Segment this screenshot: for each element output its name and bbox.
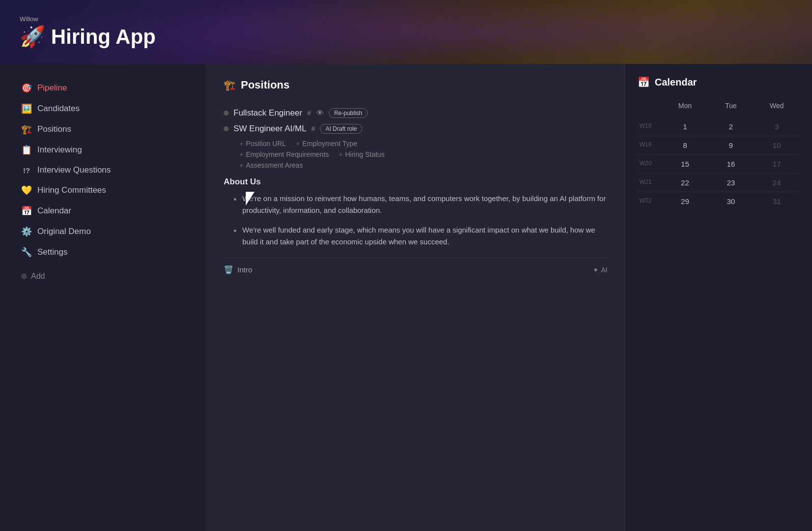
sidebar-item-label: Candidates (37, 104, 80, 114)
positions-header: 🏗️ Positions (224, 79, 608, 91)
week-label-20: W20 (638, 155, 662, 173)
employment-req-label: Employment Requirements (246, 150, 329, 158)
plus-icon-4: + (339, 150, 343, 158)
sidebar-item-interviewing[interactable]: 📋 Interviewing (15, 141, 191, 159)
add-label: Add (31, 272, 45, 281)
sidebar-item-label: Positions (37, 124, 71, 134)
position-url-field[interactable]: + Position URL (239, 140, 286, 148)
cal-week-21: W21 22 23 24 (638, 174, 800, 192)
intro-bar: 🗑️ Intro ✦ AI (224, 258, 608, 281)
assessment-areas-label: Assessment Areas (246, 161, 303, 169)
trash-icon: 🗑️ (224, 265, 233, 274)
sidebar-item-label: Original Demo (37, 227, 91, 236)
week-header-spacer (638, 98, 662, 114)
cal-day-30[interactable]: 30 (708, 192, 754, 210)
position-name-sw-ai: SW Engineer AI/ML (233, 124, 306, 134)
week-label-21: W21 (638, 174, 662, 192)
sidebar-item-label: Interview Questions (37, 165, 111, 175)
repub-badge[interactable]: Re-publish (329, 108, 368, 118)
sidebar-item-candidates[interactable]: 🖼️ Candidates (15, 99, 191, 118)
sidebar: 🎯 Pipeline 🖼️ Candidates 🏗️ Positions 📋 … (0, 64, 206, 531)
plus-icon-2: + (296, 140, 300, 148)
week-label-18: W18 (638, 118, 662, 136)
intro-left: 🗑️ Intro (224, 265, 252, 274)
cal-day-9[interactable]: 9 (708, 136, 754, 154)
about-bullet-2: We're well funded and early stage, which… (233, 224, 608, 248)
sidebar-item-original-demo[interactable]: ⚙️ Original Demo (15, 222, 191, 241)
sidebar-item-label: Calendar (37, 206, 71, 216)
pipeline-icon: 🎯 (21, 83, 32, 93)
position-name-fullstack: Fullstack Engineer (233, 108, 302, 118)
position-url-label: Position URL (246, 140, 286, 148)
cal-day-23[interactable]: 23 (708, 174, 754, 192)
hiring-status-field[interactable]: + Hiring Status (339, 150, 384, 158)
cal-day-22[interactable]: 22 (662, 174, 708, 192)
hash-icon-2: # (311, 125, 315, 133)
about-title: About Us (224, 177, 608, 187)
positions-title: Positions (241, 79, 290, 91)
position-item-sw-ai[interactable]: SW Engineer AI/ML # AI Draft role (224, 121, 608, 137)
assessment-areas-field[interactable]: + Assessment Areas (239, 161, 303, 169)
cal-day-2[interactable]: 2 (708, 118, 754, 136)
hiring-status-label: Hiring Status (345, 150, 384, 158)
sidebar-item-positions[interactable]: 🏗️ Positions (15, 120, 191, 139)
sidebar-item-calendar[interactable]: 📅 Calendar (15, 202, 191, 220)
sidebar-item-hiring-committees[interactable]: 💛 Hiring Committees (15, 181, 191, 200)
position-dot (224, 126, 229, 131)
intro-label: Intro (237, 266, 252, 274)
main-layout: 🎯 Pipeline 🖼️ Candidates 🏗️ Positions 📋 … (0, 64, 812, 531)
cal-day-1[interactable]: 1 (662, 118, 708, 136)
calendar-panel: 📅 Calendar Mon Tue Wed W18 1 2 3 W19 8 9 (625, 64, 812, 531)
sidebar-item-label: Hiring Committees (37, 185, 106, 195)
sub-fields: + Position URL + Employment Type + Emplo… (239, 140, 608, 169)
cal-day-31[interactable]: 31 (754, 192, 800, 210)
cal-day-15[interactable]: 15 (662, 155, 708, 173)
cal-header-tue: Tue (708, 98, 754, 114)
cal-day-3[interactable]: 3 (754, 118, 800, 136)
add-circle-icon: ⊕ (21, 271, 27, 281)
ai-button[interactable]: ✦ AI (593, 266, 608, 274)
sub-row-3: + Assessment Areas (239, 161, 608, 169)
position-item-fullstack[interactable]: Fullstack Engineer # 👁 Re-publish (224, 105, 608, 121)
ai-icon: ✦ (593, 266, 599, 274)
week-label-19: W19 (638, 136, 662, 154)
cal-day-17[interactable]: 17 (754, 155, 800, 173)
candidates-icon: 🖼️ (21, 103, 32, 114)
about-section: About Us We're on a mission to reinvent … (224, 177, 608, 248)
sub-row-2: + Employment Requirements + Hiring Statu… (239, 150, 608, 158)
calendar-title: Calendar (655, 77, 697, 88)
add-button[interactable]: ⊕ Add (15, 267, 191, 285)
employment-type-field[interactable]: + Employment Type (296, 140, 357, 148)
sidebar-item-pipeline[interactable]: 🎯 Pipeline (15, 79, 191, 97)
interview-questions-icon: !? (21, 166, 32, 175)
sidebar-item-settings[interactable]: 🔧 Settings (15, 243, 191, 262)
sidebar-item-label: Interviewing (37, 145, 82, 155)
hash-icon: # (307, 109, 311, 117)
sidebar-item-label: Settings (37, 247, 67, 257)
sub-row-1: + Position URL + Employment Type (239, 140, 608, 148)
cal-week-20: W20 15 16 17 (638, 155, 800, 174)
week-label-22: W22 (638, 192, 662, 210)
plus-icon-3: + (239, 150, 243, 158)
settings-icon: 🔧 (21, 247, 32, 258)
calendar-icon: 📅 (638, 76, 650, 88)
calendar-icon: 📅 (21, 206, 32, 216)
plus-icon-5: + (239, 161, 243, 169)
positions-panel: 🏗️ Positions Fullstack Engineer # 👁 Re-p… (206, 64, 625, 531)
cal-day-29[interactable]: 29 (662, 192, 708, 210)
sidebar-item-interview-questions[interactable]: !? Interview Questions (15, 161, 191, 179)
cal-week-18: W18 1 2 3 (638, 118, 800, 136)
position-dot (224, 111, 229, 116)
cal-day-24[interactable]: 24 (754, 174, 800, 192)
hiring-committees-icon: 💛 (21, 185, 32, 196)
cal-day-8[interactable]: 8 (662, 136, 708, 154)
cal-day-10[interactable]: 10 (754, 136, 800, 154)
app-name: Willow (20, 15, 792, 23)
cal-day-16[interactable]: 16 (708, 155, 754, 173)
ai-draft-badge[interactable]: AI Draft role (320, 124, 362, 134)
employment-req-field[interactable]: + Employment Requirements (239, 150, 329, 158)
sidebar-item-label: Pipeline (37, 83, 67, 93)
calendar-header: 📅 Calendar (638, 76, 800, 88)
cal-header-mon: Mon (662, 98, 708, 114)
positions-title-icon: 🏗️ (224, 79, 236, 91)
